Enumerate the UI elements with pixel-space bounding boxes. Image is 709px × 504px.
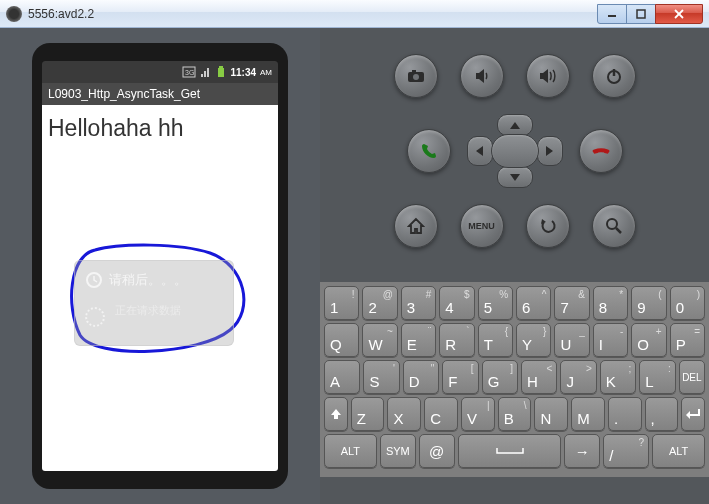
spinner-icon [85,307,105,327]
key-alt-left[interactable]: ALT [324,434,377,468]
key-1[interactable]: 1! [324,286,359,320]
key-a[interactable]: A [324,360,360,394]
key-o[interactable]: O+ [631,323,666,357]
key-0[interactable]: 0) [670,286,705,320]
key-z[interactable]: Z [351,397,385,431]
key-4[interactable]: 4$ [439,286,474,320]
status-bar: 3G 11:34 AM [42,61,278,83]
dpad-right[interactable] [537,136,563,166]
minimize-button[interactable] [597,4,627,24]
key-k[interactable]: K; [600,360,636,394]
clock-time: 11:34 [230,67,256,78]
svg-rect-11 [412,70,416,73]
key-c[interactable]: C [424,397,458,431]
keyboard: 1!2@3#4$5%6^7&8*9(0) QW~E¨R`T{Y}U_I-O+P=… [320,282,709,477]
key-i[interactable]: I- [593,323,628,357]
back-button[interactable] [526,204,570,248]
key-b[interactable]: B\ [498,397,532,431]
key-g[interactable]: G] [482,360,518,394]
key-v[interactable]: V| [461,397,495,431]
key-y[interactable]: Y} [516,323,551,357]
clock-ampm: AM [260,68,272,77]
end-call-button[interactable] [579,129,623,173]
key-l[interactable]: L: [639,360,675,394]
dpad-up[interactable] [497,114,533,136]
controls-panel: MENU 1!2@3#4$5%6^7&8*9(0) QW~E¨R`T{Y}U_I… [320,28,709,504]
key-5[interactable]: 5% [478,286,513,320]
search-button[interactable] [592,204,636,248]
clock-icon [85,271,103,289]
key-sym[interactable]: SYM [380,434,416,468]
call-button[interactable] [407,129,451,173]
menu-button[interactable]: MENU [460,204,504,248]
key-alt-right[interactable]: ALT [652,434,705,468]
key-enter[interactable] [681,397,705,431]
key-u[interactable]: U_ [554,323,589,357]
key-w[interactable]: W~ [362,323,397,357]
key-space[interactable] [458,434,562,468]
key-s[interactable]: S' [363,360,399,394]
close-button[interactable] [655,4,703,24]
svg-text:3G: 3G [185,69,194,76]
key-r[interactable]: R` [439,323,474,357]
key-3[interactable]: 3# [401,286,436,320]
key-right-arrow[interactable]: → [564,434,600,468]
loading-toast: 请稍后。。。 正在请求数据 [74,260,234,346]
key-shift[interactable] [324,397,348,431]
key-2[interactable]: 2@ [362,286,397,320]
hardware-buttons: MENU [320,28,709,282]
camera-button[interactable] [394,54,438,98]
app-title: L0903_Http_AsyncTask_Get [48,87,200,101]
dpad [467,114,563,188]
key-n[interactable]: N [534,397,568,431]
key-p[interactable]: P= [670,323,705,357]
key-t[interactable]: T{ [478,323,513,357]
svg-rect-6 [218,68,224,77]
key-h[interactable]: H< [521,360,557,394]
key-m[interactable]: M [571,397,605,431]
window-title: 5556:avd2.2 [28,7,597,21]
key-7[interactable]: 7& [554,286,589,320]
key-at[interactable]: @ [419,434,455,468]
svg-point-14 [607,219,617,229]
key-f[interactable]: F[ [442,360,478,394]
svg-rect-7 [219,66,223,68]
svg-rect-1 [637,10,645,18]
key-9[interactable]: 9( [631,286,666,320]
data-icon: 3G [182,66,196,78]
dpad-left[interactable] [467,136,493,166]
device-frame: 3G 11:34 AM L0903_Http_AsyncTask_Get Hel… [32,43,288,489]
device-screen[interactable]: 3G 11:34 AM L0903_Http_AsyncTask_Get Hel… [42,61,278,471]
svg-line-15 [616,228,621,233]
device-panel: 3G 11:34 AM L0903_Http_AsyncTask_Get Hel… [0,28,320,504]
key-6[interactable]: 6^ [516,286,551,320]
key-e[interactable]: E¨ [401,323,436,357]
app-body: Hellohaha hh 请稍后。。。 正在请求数据 [42,105,278,471]
workspace: 3G 11:34 AM L0903_Http_AsyncTask_Get Hel… [0,28,709,504]
key-.[interactable]: . [608,397,642,431]
toast-message-2: 正在请求数据 [115,303,223,318]
window-buttons [597,4,703,24]
key-j[interactable]: J> [560,360,596,394]
volume-up-button[interactable] [526,54,570,98]
window-titlebar: 5556:avd2.2 [0,0,709,28]
key-slash[interactable]: /? [603,434,649,468]
key-,[interactable]: , [645,397,679,431]
app-icon [6,6,22,22]
key-delete[interactable]: DEL [679,360,705,394]
key-q[interactable]: Q [324,323,359,357]
app-titlebar: L0903_Http_AsyncTask_Get [42,83,278,105]
maximize-button[interactable] [626,4,656,24]
key-x[interactable]: X [387,397,421,431]
toast-message-1: 请稍后。。。 [109,271,187,289]
signal-icon [200,66,212,78]
key-8[interactable]: 8* [593,286,628,320]
home-button[interactable] [394,204,438,248]
volume-down-button[interactable] [460,54,504,98]
key-d[interactable]: D" [403,360,439,394]
dpad-down[interactable] [497,166,533,188]
dpad-center[interactable] [491,134,539,168]
greeting-text: Hellohaha hh [48,115,272,142]
power-button[interactable] [592,54,636,98]
svg-point-10 [413,74,419,80]
